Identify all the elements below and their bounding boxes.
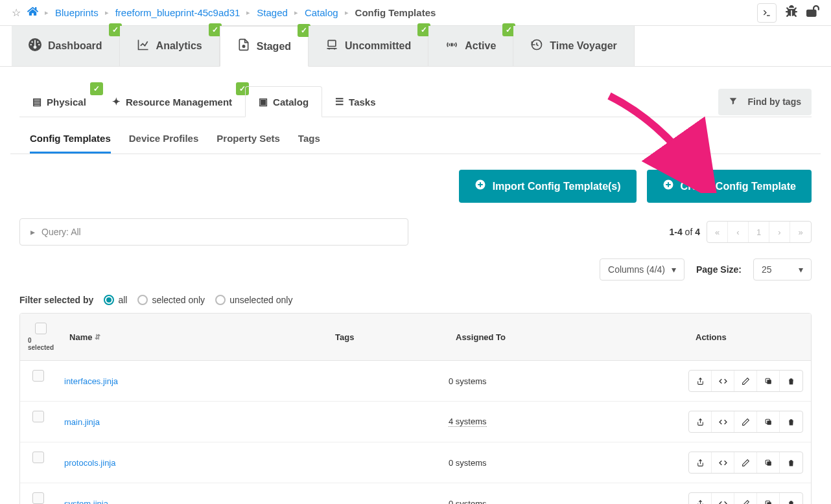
pager-info: 1-4 of 4 xyxy=(670,227,701,237)
query-row: ▸ Query: All 1-4 of 4 « ‹ 1 › » xyxy=(0,209,831,255)
code-icon-button[interactable] xyxy=(712,452,734,473)
pager-prev-button[interactable]: ‹ xyxy=(728,222,749,242)
row-select-cell xyxy=(20,442,56,483)
assigned-count: 0 systems xyxy=(449,376,487,386)
assigned-count[interactable]: 4 systems xyxy=(449,417,487,427)
pager: 1-4 of 4 « ‹ 1 › » xyxy=(670,221,812,243)
row-assigned-cell: 0 systems xyxy=(441,483,681,504)
code-icon-button[interactable] xyxy=(712,493,734,504)
row-checkbox[interactable] xyxy=(32,411,44,422)
template-name-link[interactable]: interfaces.jinja xyxy=(64,376,118,386)
export-icon-button[interactable] xyxy=(689,371,712,391)
page-size-selector[interactable]: 25 ▾ xyxy=(753,258,812,281)
radio-selected-only[interactable]: selected only xyxy=(137,295,205,305)
find-by-tags-button[interactable]: Find by tags xyxy=(718,89,812,115)
header-name[interactable]: Name ⇵ xyxy=(62,314,327,360)
edit-icon-button[interactable] xyxy=(734,493,757,504)
sub-tab-physical[interactable]: ✓ ▤ Physical xyxy=(19,86,99,117)
code-icon-button[interactable] xyxy=(712,411,734,432)
catalog-tab-device-profiles[interactable]: Device Profiles xyxy=(129,133,199,154)
export-icon-button[interactable] xyxy=(689,411,712,432)
code-icon-button[interactable] xyxy=(712,371,734,391)
delete-icon-button[interactable] xyxy=(780,371,802,391)
template-name-link[interactable]: system.jinja xyxy=(64,499,108,505)
table-row: interfaces.jinja 0 systems xyxy=(20,361,811,402)
home-icon[interactable] xyxy=(27,6,38,20)
tab-staged[interactable]: ✓ Staged xyxy=(220,26,309,67)
radio-unselected-only[interactable]: unselected only xyxy=(215,295,292,305)
filter-label: Filter selected by xyxy=(19,295,93,305)
breadcrumb-link[interactable]: Blueprints xyxy=(55,7,99,18)
pager-next-button[interactable]: › xyxy=(769,222,790,242)
header-assigned[interactable]: Assigned To xyxy=(448,314,688,360)
row-actions xyxy=(688,492,803,504)
header-tags[interactable]: Tags xyxy=(327,314,448,360)
radio-all[interactable]: all xyxy=(104,295,127,305)
edit-icon-button[interactable] xyxy=(734,411,757,432)
row-tags-cell xyxy=(320,361,441,401)
favorite-star-icon[interactable]: ☆ xyxy=(12,6,21,19)
svg-rect-10 xyxy=(767,461,771,466)
import-config-template-button[interactable]: Import Config Template(s) xyxy=(459,170,637,203)
template-name-link[interactable]: protocols.jinja xyxy=(64,458,116,468)
columns-selector[interactable]: Columns (4/4) ▾ xyxy=(600,258,685,281)
row-checkbox[interactable] xyxy=(32,452,44,463)
terminal-button[interactable] xyxy=(757,3,777,23)
catalog-tab-config-templates[interactable]: Config Templates xyxy=(30,133,111,154)
pager-page-current[interactable]: 1 xyxy=(749,222,769,242)
button-label: Create Config Template xyxy=(681,181,796,192)
caret-right-icon: ▸ xyxy=(30,227,35,237)
breadcrumb-link[interactable]: Staged xyxy=(257,7,288,18)
row-name-cell: system.jinja xyxy=(56,483,320,504)
columns-row: Columns (4/4) ▾ Page Size: 25 ▾ xyxy=(0,255,831,292)
breadcrumb-link[interactable]: freeform_blueprint-45c9ad31 xyxy=(115,7,240,18)
copy-icon-button[interactable] xyxy=(757,411,780,432)
tab-active[interactable]: ✓ Active xyxy=(428,26,513,66)
sub-tab-resource-mgmt[interactable]: ✓ ✦ Resource Management xyxy=(99,86,245,117)
sub-tab-tasks[interactable]: ☰ Tasks xyxy=(322,86,388,117)
catalog-tab-tags[interactable]: Tags xyxy=(298,133,320,154)
copy-icon-button[interactable] xyxy=(757,493,780,504)
caret-down-icon: ▾ xyxy=(672,264,676,275)
delete-icon-button[interactable] xyxy=(780,411,802,432)
tab-time-voyager[interactable]: Time Voyager xyxy=(513,26,634,66)
top-bar: ☆ ▸ Blueprints ▸ freeform_blueprint-45c9… xyxy=(0,0,831,26)
tab-dashboard[interactable]: ✓ Dashboard xyxy=(12,26,120,66)
edit-icon-button[interactable] xyxy=(734,452,757,473)
tab-analytics[interactable]: ✓ Analytics xyxy=(120,26,220,66)
pager-first-button[interactable]: « xyxy=(707,222,728,242)
bug-icon[interactable] xyxy=(786,5,797,20)
tab-uncommitted[interactable]: ✓ Uncommitted xyxy=(309,26,428,66)
pager-last-button[interactable]: » xyxy=(790,222,811,242)
tab-label: Time Voyager xyxy=(550,40,616,52)
table-row: main.jinja 4 systems xyxy=(20,402,811,442)
query-expander[interactable]: ▸ Query: All xyxy=(19,218,408,246)
breadcrumb-link[interactable]: Catalog xyxy=(305,7,338,18)
template-name-link[interactable]: main.jinja xyxy=(64,417,100,427)
caret-down-icon: ▾ xyxy=(799,264,803,275)
row-checkbox[interactable] xyxy=(32,492,44,504)
create-config-template-button[interactable]: Create Config Template xyxy=(647,170,812,203)
export-icon-button[interactable] xyxy=(689,493,712,504)
delete-icon-button[interactable] xyxy=(780,493,802,504)
delete-icon-button[interactable] xyxy=(780,452,802,473)
breadcrumb-sep: ▸ xyxy=(294,8,298,17)
find-by-tags-label: Find by tags xyxy=(748,97,801,107)
radio-text: all xyxy=(118,295,127,305)
catalog-tab-property-sets[interactable]: Property Sets xyxy=(217,133,280,154)
row-assigned-cell: 0 systems xyxy=(441,442,681,483)
select-all-checkbox[interactable] xyxy=(35,323,47,334)
unlock-icon[interactable] xyxy=(806,5,819,21)
page-size-label: Page Size: xyxy=(696,264,742,275)
sub-tab-catalog[interactable]: ▣ Catalog xyxy=(245,86,322,117)
assigned-count: 0 systems xyxy=(449,499,487,505)
export-icon-button[interactable] xyxy=(689,452,712,473)
edit-icon-button[interactable] xyxy=(734,371,757,391)
row-assigned-cell: 4 systems xyxy=(441,402,681,442)
row-checkbox[interactable] xyxy=(32,370,44,382)
radio-icon xyxy=(104,295,114,305)
radio-text: unselected only xyxy=(229,295,292,305)
row-select-cell xyxy=(20,402,56,442)
copy-icon-button[interactable] xyxy=(757,452,780,473)
copy-icon-button[interactable] xyxy=(757,371,780,391)
